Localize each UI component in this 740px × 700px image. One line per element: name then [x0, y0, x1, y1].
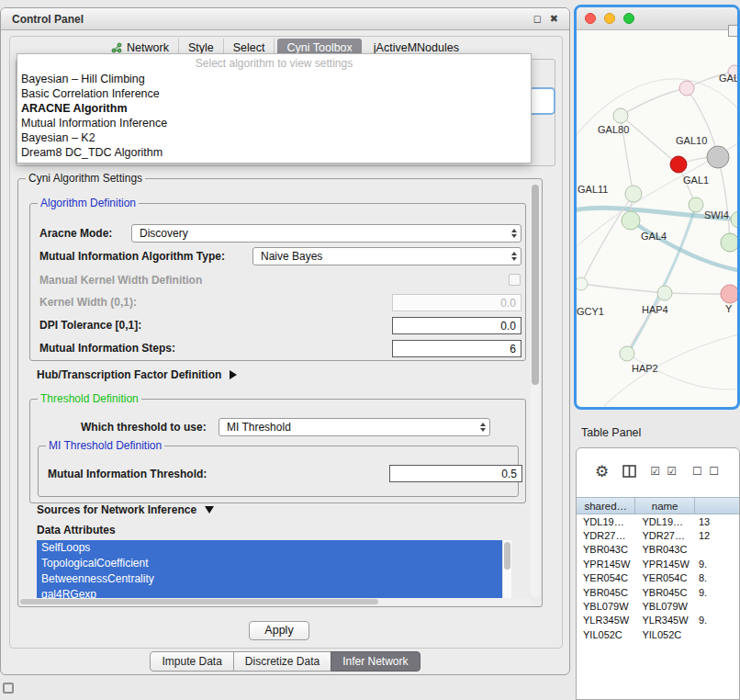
algorithm-option[interactable]: Bayesian – Hill Climbing: [17, 72, 531, 86]
cell-name: YLR345W: [635, 615, 694, 626]
mi-threshold-group: MI Threshold Definition Mutual Informati…: [38, 446, 519, 497]
list-item[interactable]: SelfLoops: [37, 540, 502, 556]
table-row[interactable]: YLR345W YLR345W 9.: [577, 614, 739, 627]
scrollbar-thumb[interactable]: [20, 599, 378, 604]
node-table: shared… name YDL19… YDL19… 13 YDR27… YDR…: [577, 497, 739, 642]
close-icon[interactable]: [585, 13, 596, 24]
network-node[interactable]: [721, 285, 737, 303]
network-window-titlebar[interactable]: [577, 7, 737, 30]
cell-shared: YBR045C: [577, 587, 635, 598]
network-node[interactable]: [689, 198, 703, 212]
cell-shared: YLR345W: [577, 615, 635, 626]
edge: [718, 157, 730, 243]
network-node[interactable]: [731, 211, 737, 228]
network-node[interactable]: [707, 146, 729, 168]
zoom-icon[interactable]: [623, 13, 634, 24]
algorithm-option[interactable]: Basic Correlation Inference: [17, 86, 531, 101]
network-node[interactable]: [577, 277, 588, 290]
node-label: GAL1: [683, 175, 709, 186]
network-view-window[interactable]: GAL80 GAL10 GAL11 GAL1 SWI4 GAL4 GCY1 HA…: [574, 5, 740, 410]
manual-kernel-checkbox[interactable]: [509, 274, 521, 286]
minimize-icon[interactable]: [604, 13, 615, 24]
network-canvas[interactable]: GAL80 GAL10 GAL11 GAL1 SWI4 GAL4 GCY1 HA…: [577, 30, 737, 407]
network-node[interactable]: [613, 108, 628, 123]
vertical-scrollbar[interactable]: [531, 185, 540, 598]
tab-impute-data[interactable]: Impute Data: [150, 651, 233, 672]
tab-discretize-data[interactable]: Discretize Data: [233, 651, 331, 672]
network-node[interactable]: [620, 346, 634, 361]
data-attributes-label: Data Attributes: [37, 524, 116, 536]
selected-value: MI Threshold: [219, 421, 476, 434]
table-row[interactable]: YDR27… YDR27… 12: [577, 528, 739, 542]
algorithm-option[interactable]: Mutual Information Inference: [17, 116, 531, 130]
algorithm-definition-group: Algorithm Definition Aracne Mode: Discov…: [29, 203, 526, 361]
hub-definition-toggle[interactable]: Hub/Transcription Factor Definition: [37, 368, 237, 381]
scrollbar-thumb[interactable]: [504, 542, 510, 570]
network-node[interactable]: [657, 286, 672, 300]
list-item[interactable]: BetweennessCentrality: [37, 571, 502, 587]
tab-label: jActiveMNodules: [374, 41, 459, 54]
mi-threshold-field[interactable]: 0.5: [389, 465, 522, 482]
edge: [581, 284, 665, 293]
cell-name: YBR045C: [635, 587, 694, 598]
which-threshold-select[interactable]: MI Threshold: [219, 418, 490, 436]
network-node[interactable]: [679, 81, 694, 96]
docked-panel-icon[interactable]: [3, 683, 14, 694]
network-node[interactable]: [721, 233, 737, 252]
apply-button[interactable]: Apply: [249, 621, 309, 640]
selected-value: Naive Bayes: [253, 250, 507, 263]
network-node[interactable]: [625, 186, 642, 202]
deselect-all-icon[interactable]: ☐ ☐: [692, 465, 721, 478]
table-row[interactable]: YDL19… YDL19… 13: [577, 514, 739, 528]
node-label: GAL10: [676, 135, 707, 146]
column-header-extra[interactable]: [695, 498, 739, 514]
column-header-shared[interactable]: shared…: [577, 498, 635, 514]
mi-steps-field[interactable]: 6: [392, 340, 521, 357]
cell-shared: YPR145W: [577, 559, 635, 570]
table-panel-title: Table Panel: [581, 426, 641, 439]
list-item[interactable]: TopologicalCoefficient: [37, 556, 502, 571]
cell-value: 13: [695, 516, 739, 527]
dpi-tolerance-field[interactable]: 0.0: [392, 317, 521, 334]
edge: [604, 333, 737, 406]
algorithm-option-selected[interactable]: ARACNE Algorithm: [17, 101, 531, 116]
scrollbar-thumb[interactable]: [532, 185, 539, 385]
tab-label: Select: [233, 41, 265, 54]
group-title: Algorithm Definition: [38, 197, 139, 209]
group-title: Cyni Algorithm Settings: [26, 172, 145, 185]
aracne-mode-select[interactable]: Discovery: [131, 224, 521, 243]
select-all-icon[interactable]: ☑ ☑: [650, 465, 678, 478]
cyni-algorithm-settings-group: Cyni Algorithm Settings Algorithm Defini…: [17, 178, 543, 607]
sources-toggle[interactable]: Sources for Network Inference: [37, 503, 214, 516]
table-row[interactable]: YBL079W YBL079W: [577, 599, 739, 613]
algorithm-option[interactable]: Dream8 DC_TDC Algorithm: [17, 145, 531, 160]
columns-icon[interactable]: [622, 465, 636, 478]
horizontal-scrollbar[interactable]: [20, 598, 533, 605]
column-header-name[interactable]: name: [635, 498, 694, 514]
table-row[interactable]: YPR145W YPR145W 9.: [577, 557, 739, 570]
node-label: GAL: [719, 73, 737, 84]
cell-name: YDR27…: [635, 530, 694, 541]
stepper-icon: [507, 225, 521, 242]
cell-shared: YIL052C: [577, 629, 635, 640]
network-node[interactable]: [622, 211, 640, 230]
scroll-corner-box[interactable]: [728, 25, 740, 37]
manual-kernel-label: Manual Kernel Width Definition: [39, 274, 202, 287]
table-row[interactable]: YER054C YER054C 8.: [577, 571, 739, 585]
cell-name: YBR043C: [635, 544, 694, 555]
gear-icon[interactable]: ⚙: [595, 462, 609, 481]
network-node-gal10[interactable]: [670, 156, 687, 173]
table-row[interactable]: YIL052C YIL052C: [577, 627, 739, 641]
close-icon[interactable]: ✖: [550, 13, 558, 25]
control-panel-titlebar[interactable]: Control Panel ◻ ✖: [1, 8, 569, 30]
kernel-width-field[interactable]: 0.0: [392, 294, 521, 311]
tab-infer-network[interactable]: Infer Network: [331, 651, 420, 672]
table-row[interactable]: YBR045C YBR045C 9.: [577, 585, 739, 599]
mi-algorithm-type-select[interactable]: Naive Bayes: [252, 247, 521, 265]
node-label: Y: [725, 303, 733, 314]
algorithm-option[interactable]: Bayesian – K2: [17, 130, 531, 145]
list-scrollbar[interactable]: [502, 540, 511, 604]
cell-shared: YBR043C: [577, 544, 635, 555]
table-row[interactable]: YBR043C YBR043C: [577, 543, 739, 557]
float-window-icon[interactable]: ◻: [533, 13, 542, 25]
